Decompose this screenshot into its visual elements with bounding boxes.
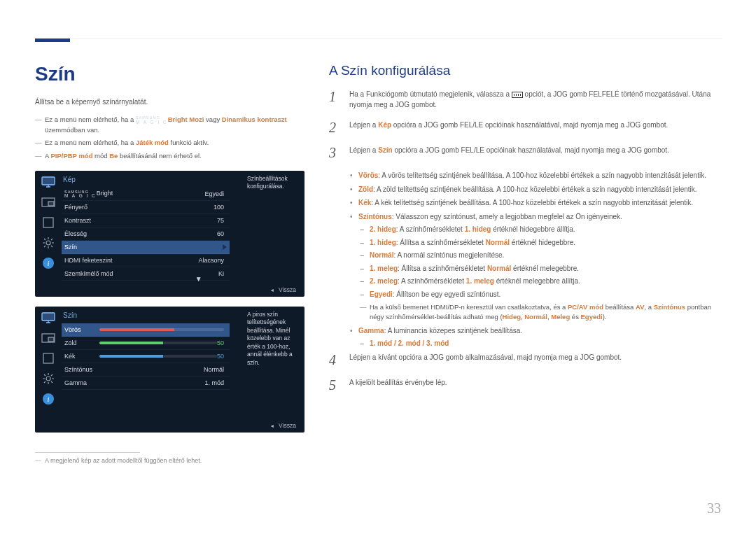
txt: : A kék telítettség szintjének beállítás… xyxy=(371,199,693,206)
lbl: Kontraszt xyxy=(64,217,217,224)
row-szintonus: SzíntónusNormál xyxy=(62,363,230,377)
note-2-mode: Játék mód xyxy=(136,139,169,146)
sub-custom: Egyedi: Állítson be egy egyedi színtónus… xyxy=(360,289,721,300)
post: értéknél hidegebbre állítja. xyxy=(491,225,575,233)
lbl: Szín xyxy=(64,244,220,251)
osd1-sidebar: i xyxy=(35,171,62,297)
note-3-post: beállításánál nem érhető el. xyxy=(120,152,202,160)
bullet-blue: Kék: A kék telítettség szintjének beállí… xyxy=(350,197,721,209)
s2-post: opcióra a JOG gomb FEL/LE opcióinak hasz… xyxy=(391,121,668,129)
kw: 1. hideg xyxy=(370,239,396,246)
pip-icon xyxy=(41,331,56,345)
svg-point-11 xyxy=(46,377,50,381)
bullet-red: Vörös: A vörös telítettség szintjének be… xyxy=(350,170,721,181)
bullet-tone: Színtónus: Válasszon egy színtónust, ame… xyxy=(350,211,721,323)
sub-normal: Normál: A normál színtónus megjelenítése… xyxy=(360,250,721,261)
s3-pre: Lépjen a xyxy=(349,146,378,154)
note-2-pre: Ez a menü nem elérhető, ha a xyxy=(45,139,136,146)
svg-rect-0 xyxy=(42,177,55,185)
lbl: Gamma xyxy=(64,379,204,386)
step-4-text: Lépjen a kívánt opcióra a JOG gomb alkal… xyxy=(349,352,721,367)
row-bright: SAMSUNG M A G I C Bright Egyedi xyxy=(62,188,230,201)
magic-bright-brand: SAMSUNG M A G I C xyxy=(136,116,168,124)
magic-bright-icon: SAMSUNG M A G I C xyxy=(64,190,97,198)
bullet-gamma: Gamma: A luminancia közepes szintjének b… xyxy=(350,325,721,349)
row-szemkimelo: Szemkímélő módKi xyxy=(62,267,230,281)
play-icon xyxy=(223,244,227,250)
val: 100 xyxy=(214,204,227,211)
green-bar-icon xyxy=(99,342,217,344)
left-column: Szín Állítsa be a képernyő színárnyalatá… xyxy=(35,63,304,464)
sn-d: Egyedi xyxy=(581,313,603,321)
step-4: 4 Lépjen a kívánt opcióra a JOG gomb alk… xyxy=(329,352,721,367)
row-voros: Vörös xyxy=(62,323,230,337)
chevron-down-icon: ▼ xyxy=(195,275,202,283)
sub-cool2: 2. hideg: A színhőmérsékletet 1. hideg é… xyxy=(360,224,721,235)
square-icon xyxy=(41,351,56,365)
lbl: Élesség xyxy=(64,230,217,237)
sn-pre: Ha a külső bemenet HDMI/DP-n keresztül v… xyxy=(370,303,568,311)
kw: 2. meleg xyxy=(370,277,398,285)
row-gamma: Gamma1. mód xyxy=(62,377,230,390)
note-1-mode2: Dinamikus kontraszt xyxy=(222,115,287,123)
note-3-mode2: Be xyxy=(109,152,118,160)
right-heading: A Szín konfigurálása xyxy=(329,63,721,78)
s3-kw: Szín xyxy=(378,146,393,154)
monitor-icon xyxy=(41,175,56,189)
gamma-sublist: 1. mód / 2. mód / 3. mód xyxy=(358,338,721,349)
sn-mid2: , a xyxy=(645,303,654,311)
bright-label: Bright xyxy=(168,115,188,123)
bright-word: Bright xyxy=(97,190,113,197)
osd1-hint: Színbeállítások konfigurálása. xyxy=(241,171,304,195)
mag: M A G I C xyxy=(64,194,97,197)
txt: : A zöld telítettség szintjének beállítá… xyxy=(373,185,697,193)
s1-pre: Ha a Funkciógomb útmutató megjelenik, vá… xyxy=(349,90,512,98)
svg-rect-10 xyxy=(43,353,53,363)
step-5: 5 A kijelölt beállítás érvénybe lép. xyxy=(329,377,721,393)
svg-rect-3 xyxy=(43,218,53,227)
note-2: Ez a menü nem elérhető, ha a Játék mód f… xyxy=(35,137,304,148)
s3-post: opcióra a JOG gomb FEL/LE opcióinak hasz… xyxy=(393,146,669,154)
gamma-modes: 1. mód / 2. mód / 3. mód xyxy=(360,338,721,349)
pip-icon xyxy=(41,195,56,209)
note-1-post: üzemmódban van. xyxy=(45,126,99,134)
hr-short xyxy=(35,452,140,453)
txt: : A vörös telítettség szintjének beállít… xyxy=(378,171,706,179)
kw: Kék xyxy=(358,199,371,206)
osd2-sidebar: i xyxy=(35,307,62,433)
val: 75 xyxy=(217,217,227,224)
bar-voros xyxy=(99,328,224,331)
kw: Színtónus xyxy=(358,213,392,220)
info-icon: i xyxy=(41,392,56,406)
osd2-hint: A piros szín telítettségének beállítása.… xyxy=(241,307,304,371)
kw: Egyedi xyxy=(370,290,393,298)
step-5-num: 5 xyxy=(329,377,340,393)
note-3-mode: PIP/PBP mód xyxy=(50,152,92,160)
svg-point-4 xyxy=(46,241,50,245)
and: és xyxy=(570,313,580,321)
menu-icon xyxy=(512,92,523,98)
lbl: Zöld xyxy=(64,339,99,346)
val: 60 xyxy=(217,230,227,237)
step-1-text: Ha a Funkciógomb útmutató megjelenik, vá… xyxy=(349,89,721,110)
note-1: Ez a menü nem elérhető, ha a SAMSUNG M A… xyxy=(35,114,304,135)
intro-text: Állítsa be a képernyő színárnyalatát. xyxy=(35,98,304,106)
step-1-num: 1 xyxy=(329,89,340,110)
val: Normál xyxy=(204,366,227,373)
right-column: A Szín konfigurálása 1 Ha a Funkciógomb … xyxy=(329,63,721,464)
note-1-mode: Mozi xyxy=(189,115,204,123)
post: értéknél melegebbre állítja. xyxy=(494,277,580,285)
page-content: Szín Állítsa be a képernyő színárnyalatá… xyxy=(35,63,721,464)
gear-icon xyxy=(41,236,56,250)
val: 50 xyxy=(217,339,227,346)
step-3-num: 3 xyxy=(329,145,340,160)
kw2: 1. hideg xyxy=(465,225,491,233)
pre: : Állítsa a színhőmérsékletet xyxy=(398,265,487,272)
svg-rect-7 xyxy=(42,313,55,321)
val: 50 xyxy=(217,353,227,360)
sn-mid: beállítása xyxy=(603,303,636,311)
s2-pre: Lépjen a xyxy=(349,121,378,129)
step-3: 3 Lépjen a Szín opcióra a JOG gomb FEL/L… xyxy=(329,145,721,160)
red-bar-icon xyxy=(99,328,224,331)
svg-text:i: i xyxy=(47,395,49,403)
